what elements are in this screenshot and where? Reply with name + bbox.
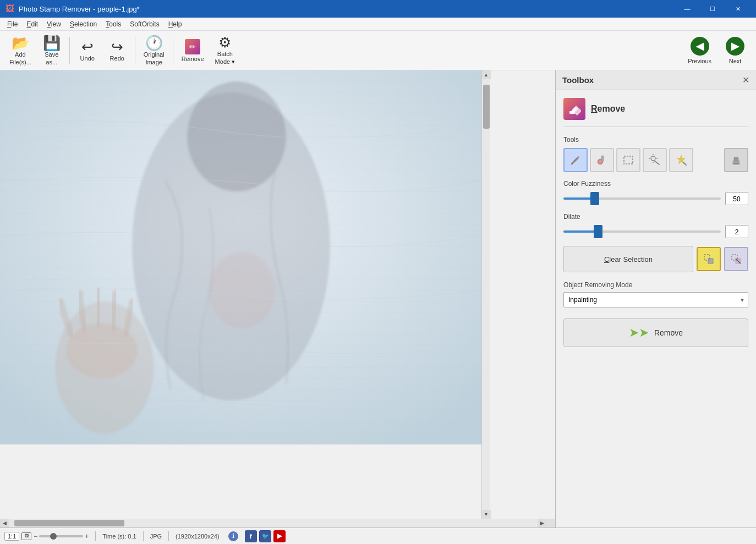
- dilate-thumb[interactable]: [594, 225, 602, 238]
- deselect-button[interactable]: [724, 247, 748, 271]
- color-fuzziness-label: Color Fuzziness: [563, 180, 748, 188]
- image-svg: [0, 70, 481, 444]
- remove-action-label: Remove: [654, 328, 683, 337]
- eraser-svg: [568, 102, 581, 116]
- dilate-row: Dilate 2: [563, 213, 748, 238]
- mode-dropdown[interactable]: Inpainting Texture Analysis Smart Fill: [563, 292, 748, 307]
- magic-wand-button[interactable]: [643, 148, 667, 172]
- zoom-minus-icon[interactable]: −: [34, 532, 37, 540]
- original-label: Original: [144, 51, 165, 58]
- pencil-icon: [569, 154, 582, 166]
- menu-file[interactable]: File: [3, 19, 22, 30]
- menu-help[interactable]: Help: [164, 19, 187, 30]
- batch-label: Batch: [217, 51, 233, 57]
- vscroll-thumb[interactable]: [483, 85, 490, 129]
- tools-section-label: Tools: [563, 136, 748, 144]
- toolbox-title-row: Toolbox: [562, 75, 594, 85]
- stamp-tool-button[interactable]: [724, 148, 748, 172]
- close-button[interactable]: ✕: [725, 0, 750, 18]
- minimize-button[interactable]: —: [675, 0, 700, 18]
- svg-line-47: [654, 161, 659, 164]
- menu-edit[interactable]: Edit: [22, 19, 42, 30]
- color-fuzziness-value[interactable]: 50: [725, 192, 748, 205]
- dilate-track[interactable]: [563, 230, 721, 233]
- toolbox-close-button[interactable]: ✕: [742, 75, 749, 85]
- vertical-scrollbar[interactable]: ▲ ▼: [481, 70, 490, 519]
- removing-mode-label: Object Removing Mode: [563, 281, 748, 289]
- color-fuzziness-slider-container: 50: [563, 192, 748, 205]
- stamp-icon: [730, 154, 742, 166]
- redo-button[interactable]: ↪ Redo: [103, 34, 132, 68]
- original-image-icon: 🕐: [145, 36, 163, 50]
- toolbox-content: Remove Tools: [556, 90, 756, 527]
- brush-tool-button[interactable]: [590, 148, 614, 172]
- selection-rect-icon: [622, 154, 634, 166]
- info-icon[interactable]: ℹ: [228, 531, 238, 541]
- original-label2: Image: [145, 59, 162, 65]
- zoom-plus-icon[interactable]: +: [85, 532, 89, 540]
- maximize-button[interactable]: ☐: [700, 0, 725, 18]
- select-region-icon: [703, 253, 715, 265]
- vscroll-track[interactable]: [482, 79, 490, 510]
- batch-label2: Mode ▾: [215, 58, 235, 65]
- redo-label: Redo: [110, 55, 124, 62]
- scroll-down-button[interactable]: ▼: [482, 510, 491, 519]
- dilate-value[interactable]: 2: [725, 225, 748, 238]
- add-files-icon: 📂: [12, 36, 29, 50]
- add-files-button[interactable]: 📂 Add File(s)...: [4, 34, 36, 68]
- undo-icon: ↩: [81, 40, 94, 54]
- separator-2: [135, 37, 135, 64]
- remove-button[interactable]: ✏ Remove: [177, 34, 209, 68]
- brush-icon: [596, 154, 608, 166]
- color-fuzziness-thumb[interactable]: [590, 192, 599, 205]
- menu-tools[interactable]: Tools: [101, 19, 125, 30]
- save-as-button[interactable]: 💾 Save as...: [37, 34, 66, 68]
- hscroll-track[interactable]: [9, 519, 538, 527]
- undo-label: Undo: [80, 55, 95, 62]
- menu-softorbits[interactable]: SoftOrbits: [125, 19, 163, 30]
- zoom-slider-area: − +: [34, 532, 89, 540]
- scroll-left-button[interactable]: ◀: [0, 519, 9, 527]
- original-image-button[interactable]: 🕐 Original Image: [139, 34, 169, 68]
- save-label2: as...: [46, 59, 57, 65]
- tools-grid: [563, 148, 748, 172]
- next-button[interactable]: ▶ Next: [719, 34, 752, 68]
- batch-mode-button[interactable]: ⚙ Batch Mode ▾: [210, 34, 240, 68]
- stamp-tool-area: [724, 148, 748, 172]
- remove-big-icon: [563, 98, 585, 120]
- youtube-icon[interactable]: ▶: [273, 530, 286, 542]
- zoom-level: 1:1: [4, 532, 19, 541]
- menu-selection[interactable]: Selection: [65, 19, 101, 30]
- scroll-up-button[interactable]: ▲: [482, 70, 491, 79]
- clear-selection-button[interactable]: Clear Selection: [563, 246, 693, 272]
- scroll-right-button[interactable]: ▶: [538, 519, 546, 527]
- add-files-label: Add: [15, 51, 26, 58]
- mode-dropdown-wrapper: Inpainting Texture Analysis Smart Fill ▼: [563, 292, 748, 307]
- zoom-slider-thumb[interactable]: [50, 533, 57, 540]
- remove-header: Remove: [563, 98, 748, 127]
- toolbox-header: Toolbox ✕: [556, 70, 756, 90]
- pencil-tool-button[interactable]: [563, 148, 588, 172]
- dimensions-label: (1920x1280x24): [176, 533, 220, 540]
- previous-label: Previous: [688, 58, 711, 64]
- wand-icon: [675, 154, 687, 166]
- undo-button[interactable]: ↩ Undo: [73, 34, 102, 68]
- previous-button[interactable]: ◀ Previous: [682, 34, 717, 68]
- hscroll: ◀ ▶: [0, 519, 546, 527]
- canvas-image[interactable]: [0, 70, 481, 444]
- remove-action-button[interactable]: ➤➤ Remove: [563, 318, 748, 347]
- zoom-slider[interactable]: [39, 535, 83, 537]
- hscroll-thumb[interactable]: [14, 520, 124, 526]
- scroll-corner: [546, 519, 555, 527]
- menu-view[interactable]: View: [42, 19, 65, 30]
- select-region-button[interactable]: [697, 247, 721, 271]
- facebook-icon[interactable]: f: [245, 530, 257, 542]
- wand-tool-button[interactable]: [669, 148, 693, 172]
- selection-rect-button[interactable]: [616, 148, 640, 172]
- color-fuzziness-track[interactable]: [563, 197, 721, 200]
- hscroll-area: ◀ ▶: [0, 519, 555, 527]
- share-icon[interactable]: 🐦: [259, 530, 271, 542]
- app-icon: 🖼: [6, 4, 14, 14]
- format-segment: JPG: [150, 533, 162, 540]
- svg-rect-45: [624, 156, 633, 164]
